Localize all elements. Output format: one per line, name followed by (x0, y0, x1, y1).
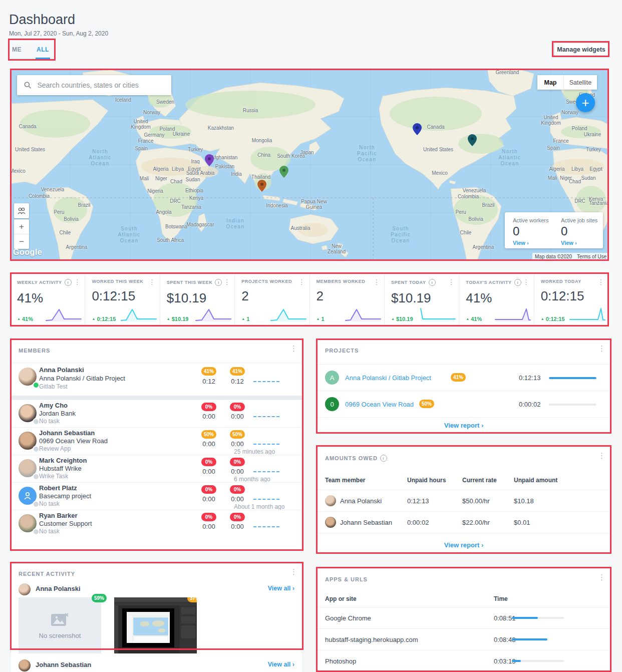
apps-urls-title: APPS & URLS (325, 576, 368, 582)
map-country-label: Colombia (29, 193, 50, 199)
active-job-sites-view-link[interactable]: View › (561, 240, 597, 246)
screenshot-thumbnail-photoshop[interactable]: 37% (114, 597, 197, 653)
stat-card-weekly-activity: WEEKLY ACTIVITYi⋮41%▲ 41% (11, 273, 85, 326)
manage-widgets-button[interactable]: Manage widgets (554, 43, 608, 57)
map-type-map-button[interactable]: Map (537, 75, 563, 90)
usage-fill (512, 617, 538, 619)
stat-value: 2 (317, 288, 380, 304)
map-country-label: Brazil (78, 202, 90, 208)
kebab-menu-icon[interactable]: ⋮ (448, 278, 455, 286)
map-country-label: Mali (140, 176, 149, 181)
kebab-menu-icon[interactable]: ⋮ (74, 278, 81, 286)
stat-value: 2 (241, 288, 305, 304)
sparkline-chart (495, 307, 531, 322)
kebab-menu-icon[interactable]: ⋮ (290, 568, 297, 575)
map-country-label: France (553, 138, 568, 144)
empty-timeline-dashes (253, 471, 279, 472)
map-country-label: Mexico (10, 168, 26, 174)
member-row[interactable]: Amy ChoJordan BankNo task0%0%0:000:00 (11, 400, 302, 427)
kebab-menu-icon[interactable]: ⋮ (597, 278, 604, 286)
kebab-menu-icon[interactable]: ⋮ (598, 452, 605, 459)
map-attribution: Map data ©2020 Terms of Use (532, 253, 609, 260)
map-country-label: Mongolia (252, 138, 272, 143)
col-unpaid-amount: Unpaid amount (514, 477, 557, 484)
team-member-name: Anna Polanski (340, 497, 382, 505)
stats-row: WEEKLY ACTIVITYi⋮41%▲ 41%WORKED THIS WEE… (10, 272, 609, 326)
member-task: Gitlab Test (39, 383, 67, 390)
map-country-label: Kazakhstan (208, 125, 234, 131)
empty-timeline-dashes (253, 526, 279, 527)
kebab-menu-icon[interactable]: ⋮ (598, 574, 605, 581)
activity-badge: 0% (201, 485, 216, 494)
avatar (19, 659, 31, 671)
map-search-input[interactable] (36, 81, 164, 90)
members-title: MEMBERS (19, 348, 50, 354)
world-map[interactable]: Map Satellite + + − Google Map data ©202… (10, 69, 609, 260)
tab-all[interactable]: ALL (36, 43, 50, 59)
usage-fill (512, 660, 521, 662)
team-member-name: Johann Sebastian (340, 519, 392, 526)
map-marker[interactable] (468, 134, 477, 148)
info-icon: i (514, 279, 521, 286)
kebab-menu-icon[interactable]: ⋮ (149, 278, 156, 286)
amounts-view-report-link[interactable]: View report › (317, 541, 610, 549)
map-search-box[interactable] (17, 75, 171, 95)
project-name-link[interactable]: 0969 Ocean View Road (345, 401, 414, 408)
map-country-label: Niger (155, 176, 167, 181)
tab-me[interactable]: ME (11, 43, 23, 58)
screenshot-thumbnail-empty[interactable]: No screenshot 59% (19, 597, 101, 653)
map-country-label: United States (15, 147, 45, 152)
view-all-link[interactable]: View all › (268, 661, 294, 668)
scope-tabs: ME ALL (11, 43, 53, 59)
member-name: Anna Polanski (36, 585, 81, 592)
member-row[interactable]: Ryan BarkerCustomer SupportNo task0%0%0:… (11, 510, 302, 537)
member-project: Customer Support (39, 520, 92, 527)
sparkline-chart (46, 307, 82, 322)
projects-view-report-link[interactable]: View report › (317, 422, 610, 429)
zoom-out-button[interactable]: − (14, 234, 29, 249)
member-row[interactable]: Anna PolanskiAnna Polanski / Gitlab Proj… (11, 363, 302, 396)
tracked-time: 0:00 (202, 413, 215, 420)
tracked-time: 0:00 (202, 523, 215, 530)
stat-card-worked-today: WORKED TODAY⋮0:12:15▲ 0:12:15 (534, 273, 608, 326)
map-cluster-toggle-button[interactable] (14, 203, 29, 218)
stat-delta: ▲ 0:12:15 (541, 316, 565, 322)
stat-card-spent-this-week: SPENT THIS WEEKi⋮$10.19▲ $10.19 (160, 273, 234, 326)
map-marker[interactable] (257, 180, 266, 194)
view-all-link[interactable]: View all › (268, 585, 294, 592)
kebab-menu-icon[interactable]: ⋮ (298, 278, 305, 286)
tracked-time: 0:00 (231, 413, 243, 420)
kebab-menu-icon[interactable]: ⋮ (523, 278, 530, 286)
map-country-label: Norway (143, 110, 160, 115)
map-marker[interactable] (205, 154, 214, 168)
map-country-label: Norway (561, 110, 578, 115)
kebab-menu-icon[interactable]: ⋮ (598, 345, 605, 352)
info-icon: i (215, 279, 222, 286)
map-country-label: Sweden (156, 99, 174, 105)
project-name-link[interactable]: Anna Polanski / Gitlab Project (345, 374, 431, 382)
stat-card-projects-worked: PROJECTS WORKED⋮2▲ 1 (234, 273, 309, 326)
kebab-menu-icon[interactable]: ⋮ (223, 278, 230, 286)
map-add-button[interactable]: + (576, 93, 595, 112)
kebab-menu-icon[interactable]: ⋮ (373, 278, 380, 286)
app-row: hubstaff-staging.herokuapp.com0:08:48 (317, 629, 610, 650)
stat-delta: ▲ 41% (466, 316, 482, 322)
member-row[interactable]: Robert PlatzBasecamp projectNo task0%0%0… (11, 482, 302, 510)
map-type-satellite-button[interactable]: Satellite (563, 75, 597, 90)
kebab-menu-icon[interactable]: ⋮ (290, 345, 297, 352)
member-row[interactable]: Mark CreightonHubstaff WrikeWrike Task0%… (11, 455, 302, 482)
map-marker[interactable] (413, 123, 422, 137)
map-country-label: France (138, 138, 153, 144)
active-workers-view-link[interactable]: View › (513, 240, 549, 246)
map-country-label: Venezuela (41, 187, 65, 192)
chevron-right-icon: › (481, 541, 483, 549)
member-project: Basecamp project (39, 492, 91, 500)
google-logo[interactable]: Google (13, 248, 42, 257)
terms-of-use-link[interactable]: Terms of Use (574, 253, 609, 260)
member-row[interactable]: Johann Sebastian0969 Ocean View RoadRevi… (11, 427, 302, 455)
up-triangle-icon: ▲ (541, 317, 544, 320)
member-name: Robert Platz (39, 484, 77, 492)
map-marker[interactable] (279, 166, 288, 180)
zoom-in-button[interactable]: + (14, 219, 29, 234)
map-country-label: Chile (60, 230, 71, 235)
